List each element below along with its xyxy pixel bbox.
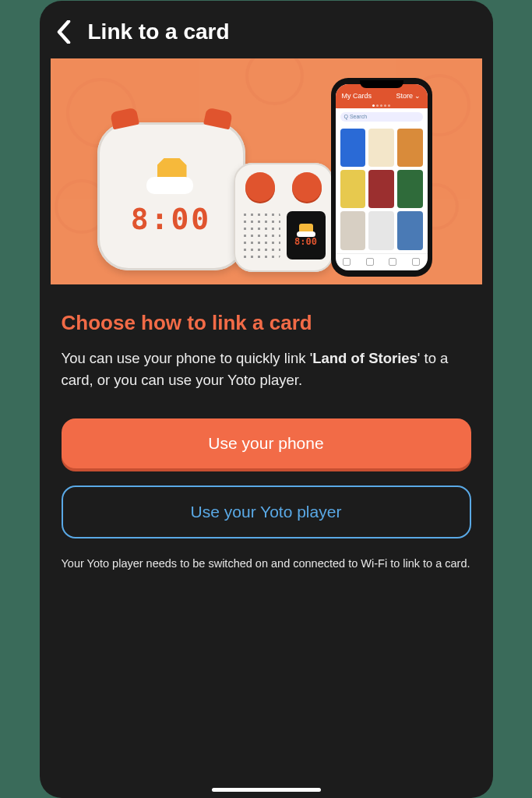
- home-indicator[interactable]: [212, 788, 321, 792]
- player-clock-display: 8:00: [131, 202, 212, 236]
- speaker-grill-icon: [241, 211, 280, 260]
- yoto-mini-illustration: 8:00: [234, 163, 333, 272]
- content-area: Choose how to link a card You can use yo…: [40, 284, 493, 573]
- app-header: Link to a card: [40, 1, 493, 58]
- cards-grid: [336, 125, 428, 253]
- chevron-left-icon: [57, 20, 71, 44]
- phone-app-illustration: My Cards Store ⌄ Q Search: [331, 78, 432, 277]
- phone-app-header: My Cards Store ⌄: [336, 84, 428, 104]
- app-screen: Link to a card 8:00 8:00: [40, 1, 493, 798]
- section-heading: Choose how to link a card: [62, 311, 471, 335]
- mini-knobs: [241, 172, 326, 202]
- use-player-button[interactable]: Use your Yoto player: [62, 486, 471, 538]
- app-header-title: My Cards: [342, 92, 372, 100]
- bottom-nav-mock: [336, 253, 428, 270]
- back-button[interactable]: [57, 20, 71, 44]
- sun-icon: [143, 157, 199, 197]
- mini-screen: 8:00: [287, 211, 326, 260]
- page-indicator: [336, 104, 428, 108]
- page-title: Link to a card: [88, 19, 230, 44]
- yoto-player-illustration: 8:00: [97, 122, 245, 270]
- mini-clock-display: 8:00: [294, 236, 317, 247]
- app-header-store: Store ⌄: [396, 92, 421, 100]
- sun-icon: [299, 224, 313, 235]
- hero-image: 8:00 8:00 My Cards Store ⌄ Q Search: [51, 58, 482, 284]
- section-description: You can use your phone to quickly link '…: [62, 348, 471, 392]
- search-input-mock: Q Search: [340, 112, 423, 122]
- footnote: Your Yoto player needs to be switched on…: [62, 556, 471, 573]
- use-phone-button[interactable]: Use your phone: [62, 418, 471, 468]
- content-name: Land of Stories: [312, 350, 417, 366]
